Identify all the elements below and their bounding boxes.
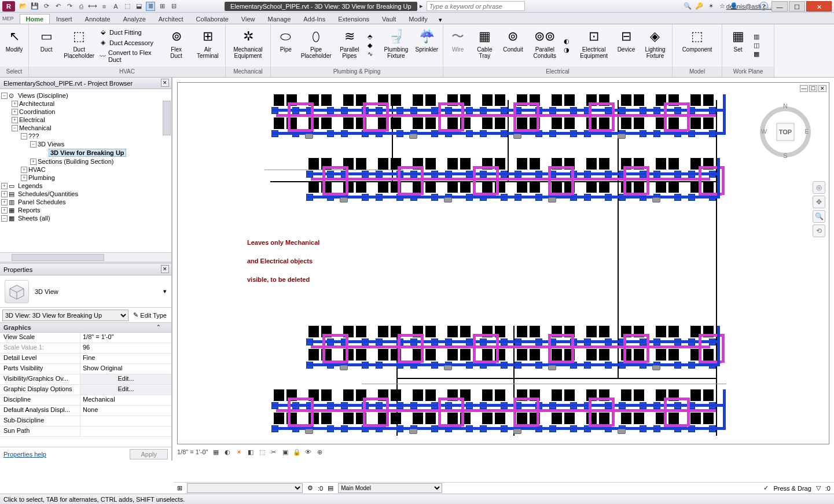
lock-icon[interactable]: 🔒 — [293, 448, 301, 456]
properties-close-icon[interactable]: ✕ — [161, 265, 169, 273]
design-options-icon[interactable]: ▤ — [328, 484, 333, 492]
binoculars-icon[interactable]: 🔍 — [683, 2, 692, 11]
shadows-icon[interactable]: ◧ — [247, 448, 255, 456]
close-button[interactable]: ✕ — [806, 1, 832, 12]
plumbing-fixture-button[interactable]: 🚽Plumbing Fixture — [381, 27, 411, 64]
close-hidden-icon[interactable]: ⊞ — [157, 2, 167, 11]
measure-icon[interactable]: ⟷ — [88, 2, 97, 11]
tree-toggle[interactable]: + — [21, 167, 27, 173]
pipe-placeholder-button[interactable]: ⬯Pipe Placeholder — [301, 27, 332, 64]
flex-duct-button[interactable]: ⊚Flex Duct — [162, 27, 190, 64]
tree-item[interactable]: Panel Schedules — [18, 198, 66, 205]
tab-architect[interactable]: Architect — [152, 14, 190, 24]
reveal-icon[interactable]: ⊕ — [316, 448, 324, 456]
tree-item[interactable]: Coordination — [19, 108, 55, 115]
tree-toggle[interactable]: − — [1, 93, 8, 99]
title-next-icon[interactable]: ▸ — [420, 2, 423, 10]
tree-item[interactable]: Sections (Building Section) — [38, 158, 113, 165]
duct-placeholder-button[interactable]: ⬚Duct Placeholder — [64, 27, 94, 64]
duct-button[interactable]: ▭Duct — [32, 27, 60, 64]
prop-val[interactable]: None — [80, 406, 171, 415]
tree-toggle[interactable]: + — [1, 191, 8, 197]
tab-manage[interactable]: Manage — [262, 14, 297, 24]
tab-vault[interactable]: Vault — [376, 14, 402, 24]
tab-extensions[interactable]: Extensions — [332, 14, 376, 24]
section-icon[interactable]: ⬓ — [134, 2, 144, 11]
sync-icon[interactable]: ⟳ — [42, 2, 51, 11]
switch-icon[interactable]: ⊟ — [169, 2, 178, 11]
tree-item[interactable]: Reports — [18, 207, 41, 214]
prop-edit-button[interactable]: Edit... — [80, 374, 171, 384]
redo-icon[interactable]: ↷ — [65, 2, 74, 11]
design-option-select[interactable]: Main Model — [338, 483, 442, 493]
detail-level-icon[interactable]: ▦ — [212, 448, 220, 456]
tree-toggle[interactable]: − — [30, 141, 36, 148]
tree-item[interactable]: Schedules/Quantities — [18, 190, 78, 197]
canvas-maximize-icon[interactable]: ☐ — [809, 85, 817, 92]
text-icon[interactable]: A — [111, 2, 120, 11]
mech-equipment-button[interactable]: ✲Mechanical Equipment — [229, 27, 267, 64]
tree-item[interactable]: ??? — [28, 133, 39, 139]
viewer-icon[interactable]: ▩ — [754, 50, 764, 58]
type-dropdown-icon[interactable]: ▾ — [163, 288, 167, 295]
tab-annotate[interactable]: Annotate — [79, 14, 117, 24]
tree-root[interactable]: Views (Discipline) — [18, 92, 68, 99]
view-cube[interactable]: N W E S TOP — [759, 100, 811, 158]
exchange-icon[interactable]: ✶ — [706, 2, 715, 11]
instance-selector[interactable]: 3D View: 3D View for Breaking Up — [2, 310, 128, 321]
property-group-graphics[interactable]: Graphics⌃ — [0, 323, 171, 333]
properties-help-link[interactable]: Properties help — [3, 451, 46, 458]
pan-icon[interactable]: ✥ — [813, 196, 825, 208]
tab-addins[interactable]: Add-Ins — [297, 14, 332, 24]
tree-item[interactable]: Sheets (all) — [18, 215, 50, 222]
tree-toggle[interactable]: + — [1, 199, 8, 205]
tree-item-selected[interactable]: 3D View for Breaking Up — [49, 149, 126, 157]
tab-collaborate[interactable]: Collaborate — [190, 14, 235, 24]
app-logo[interactable]: R — [2, 1, 15, 12]
prop-val[interactable]: Show Original — [80, 364, 171, 374]
tree-item[interactable]: Plumbing — [28, 174, 55, 181]
device-button[interactable]: ⊟Device — [614, 27, 638, 64]
tree-item[interactable]: Electrical — [19, 116, 45, 123]
editable-only-icon[interactable]: ⚙ — [307, 484, 313, 492]
prop-edit-button[interactable]: Edit... — [80, 385, 171, 395]
workset-select[interactable] — [187, 483, 303, 493]
tree-toggle[interactable]: + — [12, 117, 18, 123]
tree-item[interactable]: Mechanical — [19, 124, 52, 131]
canvas-minimize-icon[interactable]: — — [800, 85, 808, 92]
tree-hscroll[interactable] — [0, 252, 171, 262]
open-icon[interactable]: 📂 — [19, 2, 28, 11]
air-terminal-button[interactable]: ⊞Air Terminal — [194, 27, 222, 64]
show-wp-icon[interactable]: ▥ — [754, 33, 764, 41]
visual-style-icon[interactable]: ◐ — [223, 448, 232, 456]
canvas-close-icon[interactable]: ✕ — [818, 85, 826, 92]
tab-view[interactable]: View — [235, 14, 262, 24]
project-tree[interactable]: −⊙Views (Discipline) +Architectural +Coo… — [0, 89, 171, 252]
tree-item[interactable]: Legends — [18, 182, 42, 189]
browser-close-icon[interactable]: ✕ — [161, 79, 169, 87]
steering-wheel-icon[interactable]: ◎ — [813, 181, 825, 194]
tree-item[interactable]: HVAC — [28, 166, 46, 173]
tree-toggle[interactable]: + — [12, 109, 18, 115]
temp-hide-icon[interactable]: 👁 — [304, 448, 313, 456]
tree-toggle[interactable]: − — [12, 125, 18, 131]
edit-type-button[interactable]: ✎Edit Type — [131, 310, 169, 320]
prop-val[interactable] — [80, 426, 171, 436]
tree-toggle[interactable]: − — [1, 215, 8, 222]
tree-item[interactable]: Architectural — [19, 100, 54, 107]
ref-plane-icon[interactable]: ◫ — [754, 42, 764, 49]
star-icon[interactable]: ☆ — [718, 2, 727, 11]
prop-val[interactable]: Mechanical — [80, 395, 171, 405]
apply-button[interactable]: Apply — [130, 449, 168, 459]
cable-fitting-icon[interactable]: ◐ — [564, 38, 574, 45]
lighting-fixture-button[interactable]: ◈Lighting Fixture — [642, 27, 668, 64]
flex-pipe-icon[interactable]: ∿ — [368, 50, 378, 58]
parallel-conduits-button[interactable]: ⊚⊚Parallel Conduits — [530, 27, 561, 64]
prop-val[interactable]: 1/8" = 1'-0" — [80, 333, 171, 343]
minimize-button[interactable]: — — [771, 1, 788, 12]
align-icon[interactable]: ≡ — [100, 2, 109, 11]
key-icon[interactable]: 🔑 — [695, 2, 704, 11]
help-icon[interactable]: ? — [759, 2, 768, 10]
drawing-canvas[interactable]: — ☐ ✕ N W E S TOP ◎ ✥ 🔍 ⟲ — [177, 82, 829, 444]
tree-toggle[interactable]: + — [12, 101, 18, 107]
